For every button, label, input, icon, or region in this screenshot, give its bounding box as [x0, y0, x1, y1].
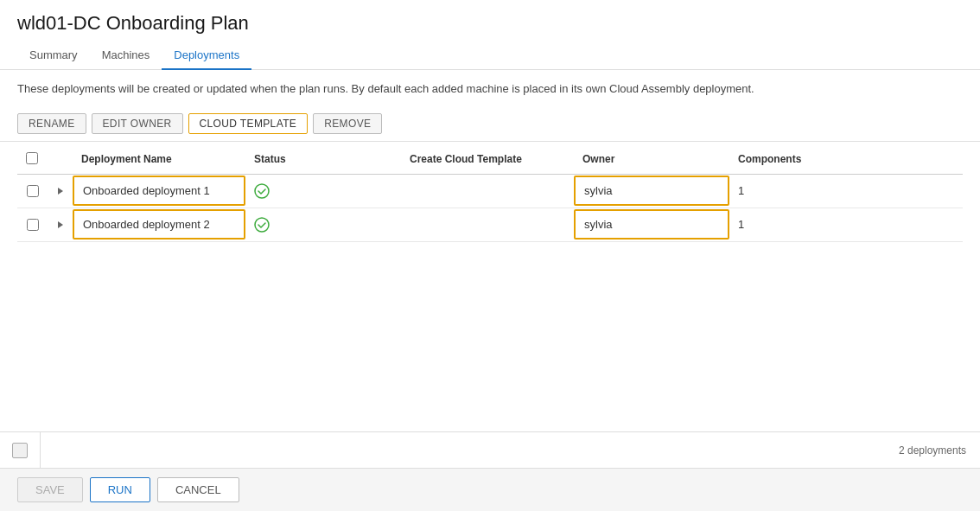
tab-deployments[interactable]: Deployments [162, 42, 251, 70]
footer-bar: 2 deployments [0, 431, 980, 468]
header-owner: Owner [574, 145, 729, 175]
table-row: Onboarded deployment 2sylvia1 [17, 208, 963, 241]
components-val-1: 1 [729, 176, 963, 206]
page-title: wld01-DC Onboarding Plan [17, 12, 963, 35]
header-status: Status [245, 145, 401, 175]
status-icon-2 [254, 217, 392, 233]
row-checkbox-2[interactable] [27, 219, 39, 231]
deployment-name-1: Onboarded deployment 1 [73, 176, 245, 206]
page-header: wld01-DC Onboarding Plan [0, 0, 980, 42]
row-components-cell: 1 [729, 174, 963, 208]
row-checkbox-cell [17, 174, 48, 208]
row-checkbox-1[interactable] [27, 185, 39, 197]
resize-handle[interactable] [0, 432, 41, 468]
row-checkbox-cell [17, 208, 48, 241]
deployments-table-container: Deployment Name Status Create Cloud Temp… [0, 142, 980, 432]
header-expand [48, 145, 73, 175]
rename-button[interactable]: RENAME [17, 113, 86, 134]
cloud-template-val-2 [401, 216, 574, 233]
row-status-cell [245, 174, 401, 208]
resize-icon [12, 443, 28, 458]
save-button[interactable]: SAVE [17, 477, 83, 502]
deployment-name-2: Onboarded deployment 2 [73, 209, 245, 240]
status-icon-1 [254, 183, 392, 199]
tabs-bar: Summary Machines Deployments [0, 42, 980, 70]
header-components: Components [729, 145, 963, 175]
components-val-2: 1 [729, 209, 963, 240]
row-owner-cell: sylvia [574, 174, 729, 208]
row-owner-cell: sylvia [574, 208, 729, 241]
cancel-button[interactable]: CANCEL [157, 477, 239, 502]
table-row: Onboarded deployment 1sylvia1 [17, 174, 963, 208]
row-status-cell [245, 208, 401, 241]
expand-chevron-2[interactable] [48, 213, 73, 237]
row-cloud-cell [401, 208, 574, 241]
cloud-template-val-1 [401, 182, 574, 200]
row-components-cell: 1 [729, 208, 963, 241]
count-label: 2 deployments [899, 444, 966, 457]
tab-summary[interactable]: Summary [17, 42, 90, 70]
description-text: These deployments will be created or upd… [0, 70, 980, 108]
row-name-cell: Onboarded deployment 2 [73, 208, 245, 241]
header-cloud-template: Create Cloud Template [401, 145, 574, 175]
deployments-table: Deployment Name Status Create Cloud Temp… [17, 145, 963, 242]
row-expand-cell [48, 208, 73, 241]
cloud-template-button[interactable]: CLOUD TEMPLATE [188, 113, 309, 134]
main-content: These deployments will be created or upd… [0, 70, 980, 468]
svg-point-1 [255, 218, 269, 232]
select-all-checkbox[interactable] [26, 152, 38, 164]
header-select-all [17, 145, 48, 175]
remove-button[interactable]: REMOVE [313, 113, 382, 134]
edit-owner-button[interactable]: EDIT OWNER [92, 113, 183, 134]
owner-val-2: sylvia [574, 209, 729, 240]
row-name-cell: Onboarded deployment 1 [73, 174, 245, 208]
owner-val-1: sylvia [574, 176, 729, 206]
action-bar: SAVE RUN CANCEL [0, 468, 980, 511]
deployment-count: 2 deployments [41, 432, 980, 468]
run-button[interactable]: RUN [90, 477, 150, 502]
svg-point-0 [255, 184, 269, 198]
tab-machines[interactable]: Machines [90, 42, 162, 70]
header-deployment-name: Deployment Name [73, 145, 245, 175]
expand-chevron-1[interactable] [48, 179, 73, 203]
toolbar: RENAME EDIT OWNER CLOUD TEMPLATE REMOVE [0, 108, 980, 142]
row-cloud-cell [401, 174, 574, 208]
row-expand-cell [48, 174, 73, 208]
